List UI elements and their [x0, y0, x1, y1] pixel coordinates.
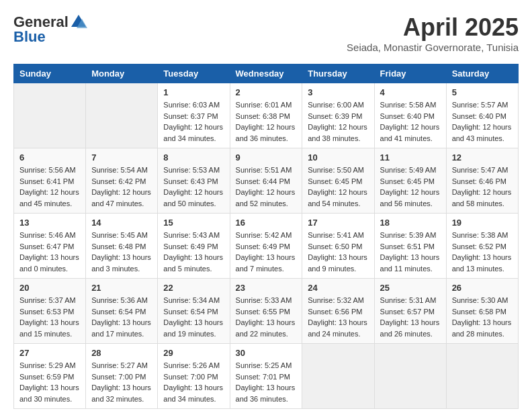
- day-info: Sunrise: 5:45 AMSunset: 6:48 PMDaylight:…: [91, 230, 152, 274]
- day-number: 13: [19, 218, 80, 228]
- day-number: 23: [236, 283, 297, 293]
- calendar-cell: [302, 344, 374, 409]
- day-number: 6: [19, 152, 80, 163]
- calendar-table: SundayMondayTuesdayWednesdayThursdayFrid…: [13, 64, 519, 409]
- weekday-header: Wednesday: [230, 64, 302, 83]
- calendar-cell: 12Sunrise: 5:47 AMSunset: 6:46 PMDayligh…: [446, 148, 518, 214]
- calendar-cell: 1Sunrise: 6:03 AMSunset: 6:37 PMDaylight…: [158, 83, 230, 148]
- day-info: Sunrise: 6:00 AMSunset: 6:39 PMDaylight:…: [308, 99, 368, 144]
- weekday-header: Sunday: [14, 64, 86, 83]
- day-info: Sunrise: 5:50 AMSunset: 6:45 PMDaylight:…: [308, 165, 368, 209]
- calendar-week-row: 27Sunrise: 5:29 AMSunset: 6:59 PMDayligh…: [14, 344, 519, 409]
- calendar-week-row: 20Sunrise: 5:37 AMSunset: 6:53 PMDayligh…: [14, 279, 519, 344]
- day-info: Sunrise: 5:39 AMSunset: 6:51 PMDaylight:…: [380, 230, 441, 274]
- day-info: Sunrise: 5:36 AMSunset: 6:54 PMDaylight:…: [91, 295, 152, 339]
- weekday-header: Friday: [374, 64, 446, 83]
- calendar-cell: [86, 83, 158, 148]
- weekday-header-row: SundayMondayTuesdayWednesdayThursdayFrid…: [14, 64, 519, 83]
- day-info: Sunrise: 5:27 AMSunset: 7:00 PMDaylight:…: [91, 360, 152, 404]
- calendar-cell: 4Sunrise: 5:58 AMSunset: 6:40 PMDaylight…: [374, 83, 446, 148]
- day-number: 11: [380, 152, 441, 163]
- calendar-cell: 14Sunrise: 5:45 AMSunset: 6:48 PMDayligh…: [86, 214, 158, 279]
- day-number: 1: [163, 87, 224, 97]
- calendar-cell: [446, 344, 518, 409]
- calendar-cell: 16Sunrise: 5:42 AMSunset: 6:49 PMDayligh…: [230, 214, 302, 279]
- day-info: Sunrise: 6:01 AMSunset: 6:38 PMDaylight:…: [236, 99, 297, 144]
- calendar-cell: 10Sunrise: 5:50 AMSunset: 6:45 PMDayligh…: [302, 148, 374, 214]
- day-number: 8: [163, 152, 224, 163]
- calendar-cell: 2Sunrise: 6:01 AMSunset: 6:38 PMDaylight…: [230, 83, 302, 148]
- day-number: 22: [163, 283, 224, 293]
- day-number: 2: [236, 87, 297, 97]
- calendar-cell: 27Sunrise: 5:29 AMSunset: 6:59 PMDayligh…: [14, 344, 86, 409]
- day-number: 25: [380, 283, 441, 293]
- day-number: 7: [91, 152, 152, 163]
- day-number: 10: [308, 152, 368, 163]
- calendar-cell: 18Sunrise: 5:39 AMSunset: 6:51 PMDayligh…: [374, 214, 446, 279]
- day-info: Sunrise: 5:53 AMSunset: 6:43 PMDaylight:…: [163, 165, 224, 209]
- day-number: 24: [308, 283, 368, 293]
- day-number: 16: [236, 218, 297, 228]
- day-number: 4: [380, 87, 441, 97]
- day-number: 17: [308, 218, 368, 228]
- logo: General Blue: [13, 13, 89, 46]
- day-info: Sunrise: 5:26 AMSunset: 7:00 PMDaylight:…: [163, 360, 224, 404]
- calendar-cell: 19Sunrise: 5:38 AMSunset: 6:52 PMDayligh…: [446, 214, 518, 279]
- calendar-week-row: 6Sunrise: 5:56 AMSunset: 6:41 PMDaylight…: [14, 148, 519, 214]
- calendar-cell: 30Sunrise: 5:25 AMSunset: 7:01 PMDayligh…: [230, 344, 302, 409]
- day-info: Sunrise: 5:47 AMSunset: 6:46 PMDaylight:…: [452, 165, 513, 209]
- day-number: 3: [308, 87, 368, 97]
- calendar-cell: [14, 83, 86, 148]
- day-info: Sunrise: 5:56 AMSunset: 6:41 PMDaylight:…: [19, 165, 80, 209]
- day-number: 26: [452, 283, 513, 293]
- calendar-cell: 3Sunrise: 6:00 AMSunset: 6:39 PMDaylight…: [302, 83, 374, 148]
- calendar-cell: 7Sunrise: 5:54 AMSunset: 6:42 PMDaylight…: [86, 148, 158, 214]
- day-number: 21: [91, 283, 152, 293]
- day-info: Sunrise: 5:38 AMSunset: 6:52 PMDaylight:…: [452, 230, 513, 274]
- day-number: 14: [91, 218, 152, 228]
- month-year-title: April 2025: [347, 13, 519, 42]
- day-info: Sunrise: 5:30 AMSunset: 6:58 PMDaylight:…: [452, 295, 513, 339]
- calendar-cell: 6Sunrise: 5:56 AMSunset: 6:41 PMDaylight…: [14, 148, 86, 214]
- calendar-cell: 25Sunrise: 5:31 AMSunset: 6:57 PMDayligh…: [374, 279, 446, 344]
- calendar-cell: 23Sunrise: 5:33 AMSunset: 6:55 PMDayligh…: [230, 279, 302, 344]
- calendar-cell: 13Sunrise: 5:46 AMSunset: 6:47 PMDayligh…: [14, 214, 86, 279]
- calendar-cell: 9Sunrise: 5:51 AMSunset: 6:44 PMDaylight…: [230, 148, 302, 214]
- calendar-cell: 29Sunrise: 5:26 AMSunset: 7:00 PMDayligh…: [158, 344, 230, 409]
- calendar-cell: 21Sunrise: 5:36 AMSunset: 6:54 PMDayligh…: [86, 279, 158, 344]
- day-info: Sunrise: 5:49 AMSunset: 6:45 PMDaylight:…: [380, 165, 441, 209]
- calendar-cell: 15Sunrise: 5:43 AMSunset: 6:49 PMDayligh…: [158, 214, 230, 279]
- calendar-cell: [374, 344, 446, 409]
- day-info: Sunrise: 5:42 AMSunset: 6:49 PMDaylight:…: [236, 230, 297, 274]
- title-section: April 2025 Seiada, Monastir Governorate,…: [347, 13, 519, 53]
- page-header: General Blue April 2025 Seiada, Monastir…: [13, 13, 519, 53]
- day-info: Sunrise: 5:54 AMSunset: 6:42 PMDaylight:…: [91, 165, 152, 209]
- day-info: Sunrise: 5:32 AMSunset: 6:56 PMDaylight:…: [308, 295, 368, 339]
- calendar-cell: 5Sunrise: 5:57 AMSunset: 6:40 PMDaylight…: [446, 83, 518, 148]
- day-number: 30: [236, 348, 297, 358]
- logo-icon: [70, 13, 87, 31]
- calendar-week-row: 1Sunrise: 6:03 AMSunset: 6:37 PMDaylight…: [14, 83, 519, 148]
- day-number: 20: [19, 283, 80, 293]
- day-info: Sunrise: 5:34 AMSunset: 6:54 PMDaylight:…: [163, 295, 224, 339]
- day-number: 15: [163, 218, 224, 228]
- calendar-cell: 17Sunrise: 5:41 AMSunset: 6:50 PMDayligh…: [302, 214, 374, 279]
- calendar-cell: 11Sunrise: 5:49 AMSunset: 6:45 PMDayligh…: [374, 148, 446, 214]
- day-info: Sunrise: 6:03 AMSunset: 6:37 PMDaylight:…: [163, 99, 224, 144]
- weekday-header: Tuesday: [158, 64, 230, 83]
- calendar-cell: 24Sunrise: 5:32 AMSunset: 6:56 PMDayligh…: [302, 279, 374, 344]
- calendar-cell: 22Sunrise: 5:34 AMSunset: 6:54 PMDayligh…: [158, 279, 230, 344]
- calendar-cell: 20Sunrise: 5:37 AMSunset: 6:53 PMDayligh…: [14, 279, 86, 344]
- weekday-header: Saturday: [446, 64, 518, 83]
- day-number: 12: [452, 152, 513, 163]
- day-info: Sunrise: 5:41 AMSunset: 6:50 PMDaylight:…: [308, 230, 368, 274]
- day-info: Sunrise: 5:43 AMSunset: 6:49 PMDaylight:…: [163, 230, 224, 274]
- day-info: Sunrise: 5:29 AMSunset: 6:59 PMDaylight:…: [19, 360, 80, 404]
- day-info: Sunrise: 5:33 AMSunset: 6:55 PMDaylight:…: [236, 295, 297, 339]
- day-info: Sunrise: 5:31 AMSunset: 6:57 PMDaylight:…: [380, 295, 441, 339]
- calendar-cell: 28Sunrise: 5:27 AMSunset: 7:00 PMDayligh…: [86, 344, 158, 409]
- weekday-header: Thursday: [302, 64, 374, 83]
- day-info: Sunrise: 5:25 AMSunset: 7:01 PMDaylight:…: [236, 360, 297, 404]
- calendar-week-row: 13Sunrise: 5:46 AMSunset: 6:47 PMDayligh…: [14, 214, 519, 279]
- day-number: 19: [452, 218, 513, 228]
